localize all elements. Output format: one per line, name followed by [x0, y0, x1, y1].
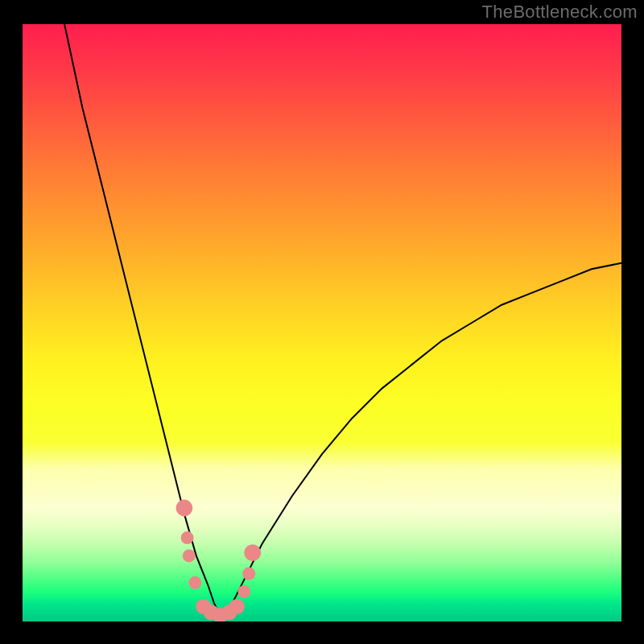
bottleneck-curve — [64, 24, 621, 616]
highlight-marker — [188, 576, 201, 589]
plot-area — [23, 24, 621, 621]
watermark-label: TheBottleneck.com — [482, 2, 638, 23]
plot-svg — [23, 24, 621, 621]
highlight-marker — [242, 568, 255, 580]
highlight-marker — [237, 585, 250, 598]
chart-frame: TheBottleneck.com — [0, 0, 644, 644]
highlight-marker — [229, 599, 245, 614]
highlight-marker — [181, 531, 194, 544]
highlight-marker — [244, 544, 261, 561]
highlight-marker — [183, 549, 196, 562]
highlight-marker — [176, 500, 193, 517]
marker-group — [176, 500, 262, 621]
